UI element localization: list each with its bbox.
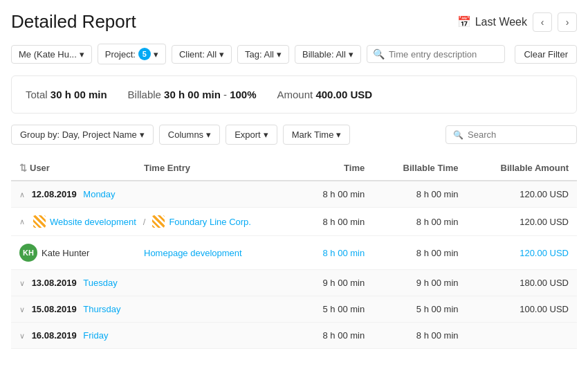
toolbar: Group by: Day, Project Name ▾ Columns ▾ … — [11, 125, 577, 145]
user-time-link[interactable]: 8 h 00 min — [322, 248, 365, 258]
user-filter-button[interactable]: Me (Kate Hu... ▾ — [11, 45, 92, 64]
table-row: ∧ Website development / Foundary Line Co… — [11, 208, 577, 236]
user-cell: KH Kate Hunter — [11, 236, 136, 270]
columns-chevron: ▾ — [206, 129, 211, 140]
day-billable-amount: 120.00 USD — [467, 181, 577, 208]
billable-filter-label: Billable: All — [302, 49, 346, 60]
export-chevron: ▾ — [264, 129, 268, 140]
day-cell: ∧ 12.08.2019 Monday — [11, 181, 136, 208]
day-name: Monday — [83, 189, 115, 199]
tag-filter-chevron: ▾ — [277, 49, 282, 60]
day-billable-amount — [467, 323, 577, 349]
project-filter-button[interactable]: Project: 5 ▾ — [98, 44, 166, 64]
collapse-all-icon[interactable]: ⇅ — [19, 163, 27, 173]
date-navigation: 📅 Last Week ‹ › — [457, 12, 577, 32]
day-name: Tuesday — [83, 278, 117, 288]
mark-time-chevron: ▾ — [336, 129, 341, 140]
day-billable-amount: 180.00 USD — [467, 270, 577, 296]
col-user: ⇅ User — [11, 156, 136, 181]
clear-filter-button[interactable]: Clear Filter — [515, 45, 577, 64]
day-chevron[interactable]: ∧ — [19, 190, 25, 199]
project-time: 8 h 00 min — [297, 208, 373, 236]
day-date: 13.08.2019 — [32, 278, 77, 288]
report-table: ⇅ User Time Entry Time Billable Time Bil… — [11, 156, 577, 349]
day-date: 15.08.2019 — [32, 304, 77, 314]
group-by-button[interactable]: Group by: Day, Project Name ▾ — [11, 125, 154, 145]
table-row: ∨ 15.08.2019 Thursday 5 h 00 min 5 h 00 … — [11, 296, 577, 323]
project-name: Website development — [50, 217, 136, 227]
billable-filter-button[interactable]: Billable: All ▾ — [295, 45, 361, 64]
project-filter-chevron: ▾ — [154, 49, 158, 60]
project-billable-amount: 120.00 USD — [467, 208, 577, 236]
toolbar-search-input[interactable] — [468, 129, 569, 140]
day-date: 12.08.2019 — [32, 189, 77, 199]
day-entry-cell — [136, 323, 297, 349]
project-chevron[interactable]: ∧ — [19, 217, 25, 226]
table-row: ∧ 12.08.2019 Monday 8 h 00 min 8 h 00 mi… — [11, 181, 577, 208]
col-time-entry-label: Time Entry — [144, 163, 190, 173]
next-week-button[interactable]: › — [558, 12, 577, 32]
toolbar-search-container: 🔍 — [445, 125, 577, 144]
billable-filter-chevron: ▾ — [349, 49, 353, 60]
day-time: 8 h 00 min — [297, 323, 373, 349]
mark-time-button[interactable]: Mark Time ▾ — [283, 125, 351, 145]
day-billable-time: 9 h 00 min — [373, 270, 466, 296]
prev-week-button[interactable]: ‹ — [533, 12, 552, 32]
project-filter-label: Project: — [105, 49, 136, 60]
table-header-row: ⇅ User Time Entry Time Billable Time Bil… — [11, 156, 577, 181]
col-billable-amount: Billable Amount — [467, 156, 577, 181]
filter-search-input[interactable] — [389, 49, 499, 60]
col-billable-amount-label: Billable Amount — [501, 163, 569, 173]
export-button[interactable]: Export ▾ — [226, 125, 277, 145]
columns-label: Columns — [168, 129, 203, 140]
col-user-label: User — [30, 163, 50, 173]
user-name: Kate Hunter — [42, 248, 89, 258]
table-row: KH Kate Hunter Homepage development 8 h … — [11, 236, 577, 270]
page-title: Detailed Report — [11, 11, 136, 33]
toolbar-search-icon: 🔍 — [453, 130, 463, 140]
time-entry-link[interactable]: Homepage development — [144, 248, 242, 258]
table-row: ∨ 13.08.2019 Tuesday 9 h 00 min 9 h 00 m… — [11, 270, 577, 296]
total-summary: Total 30 h 00 min — [26, 89, 107, 100]
columns-button[interactable]: Columns ▾ — [159, 125, 220, 145]
summary-bar: Total 30 h 00 min Billable 30 h 00 min -… — [11, 75, 577, 114]
col-time-entry: Time Entry — [136, 156, 297, 181]
filter-search-container: 🔍 — [367, 45, 505, 63]
table-row: ∨ 16.08.2019 Friday 8 h 00 min 8 h 00 mi… — [11, 323, 577, 349]
client-filter-button[interactable]: Client: All ▾ — [172, 45, 232, 64]
day-chevron[interactable]: ∨ — [19, 332, 25, 340]
user-filter-label: Me (Kate Hu... — [19, 49, 77, 60]
avatar: KH — [19, 244, 37, 262]
tag-filter-button[interactable]: Tag: All ▾ — [237, 45, 289, 64]
project-icon — [33, 215, 46, 228]
user-time: 8 h 00 min — [297, 236, 373, 270]
user-billable-time: 8 h 00 min — [373, 236, 466, 270]
day-billable-amount: 100.00 USD — [467, 296, 577, 323]
amount-summary: Amount 400.00 USD — [277, 89, 373, 100]
calendar-icon: 📅 — [457, 15, 471, 28]
day-chevron[interactable]: ∨ — [19, 279, 25, 287]
col-billable-time-label: Billable Time — [403, 163, 459, 173]
time-entry-cell: Homepage development — [136, 236, 297, 270]
day-name: Friday — [83, 330, 108, 341]
project-cell: ∧ Website development / Foundary Line Co… — [11, 208, 297, 236]
date-range-label: Last Week — [475, 16, 527, 28]
filter-bar: Me (Kate Hu... ▾ Project: 5 ▾ Client: Al… — [11, 44, 577, 64]
client-icon — [152, 215, 165, 228]
day-entry-cell — [136, 270, 297, 296]
export-label: Export — [235, 129, 261, 140]
day-entry-cell — [136, 296, 297, 323]
client-filter-chevron: ▾ — [219, 49, 224, 60]
day-chevron[interactable]: ∨ — [19, 305, 25, 314]
col-time-label: Time — [344, 163, 365, 173]
client-filter-label: Client: All — [179, 49, 217, 60]
day-billable-time: 8 h 00 min — [373, 181, 466, 208]
col-billable-time: Billable Time — [373, 156, 466, 181]
day-date: 16.08.2019 — [32, 330, 77, 341]
day-time: 5 h 00 min — [297, 296, 373, 323]
day-billable-time: 8 h 00 min — [373, 323, 466, 349]
page-header: Detailed Report 📅 Last Week ‹ › — [11, 11, 577, 33]
day-time: 8 h 00 min — [297, 181, 373, 208]
client-name: Foundary Line Corp. — [169, 217, 251, 227]
billable-summary: Billable 30 h 00 min - 100% — [128, 89, 257, 100]
